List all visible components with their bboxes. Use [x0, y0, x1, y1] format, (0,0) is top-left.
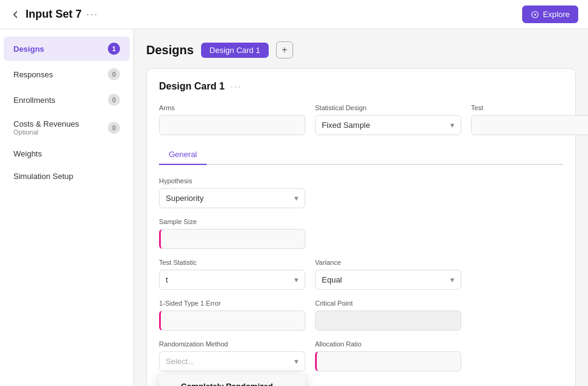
tab-general-label: General: [169, 150, 197, 159]
content-title: Designs: [146, 43, 194, 57]
statistic-variance-row: Test Statistic t ▾ Variance Equal ▾: [159, 259, 563, 290]
stat-design-field-group: Statistical Design Fixed Sample ▾: [315, 104, 461, 135]
allocation-label: Allocation Ratio: [315, 340, 461, 348]
sidebar-responses-badge: 0: [108, 68, 120, 80]
top-fields-row: Arms 2 Statistical Design Fixed Sample ▾…: [159, 104, 563, 135]
test-statistic-label: Test Statistic: [159, 259, 305, 266]
explore-icon: [531, 10, 539, 19]
randomization-chevron-icon: ▾: [294, 357, 299, 366]
randomization-label: Randomization Method: [159, 340, 305, 348]
type1-error-input[interactable]: 0.025: [159, 311, 305, 331]
dropdown-item-crd[interactable]: ✓ Completely Randomized Design: [159, 374, 305, 386]
sidebar-item-simulation-setup[interactable]: Simulation Setup: [4, 166, 130, 187]
test-statistic-chevron-icon: ▾: [294, 275, 299, 284]
sample-size-input[interactable]: 520: [159, 229, 305, 249]
add-icon: +: [282, 44, 287, 55]
variance-field-group: Variance Equal ▾: [315, 259, 461, 290]
sidebar-costs-optional: Optional: [13, 128, 79, 136]
test-statistic-field-group: Test Statistic t ▾: [159, 259, 305, 290]
stat-design-value: Fixed Sample: [322, 121, 370, 130]
sidebar-costs-label: Costs & Revenues: [13, 119, 79, 128]
explore-button[interactable]: Explore: [522, 5, 578, 23]
card-tab-row: General: [159, 145, 563, 165]
hypothesis-value: Superiority: [166, 194, 204, 203]
sample-size-label: Sample Size: [159, 218, 305, 225]
explore-label: Explore: [543, 10, 570, 19]
header-dots-button[interactable]: ···: [87, 9, 98, 20]
test-statistic-select[interactable]: t ▾: [159, 270, 305, 290]
hypothesis-chevron-icon: ▾: [294, 194, 299, 203]
variance-label: Variance: [315, 259, 461, 266]
test-statistic-value: t: [166, 275, 168, 284]
page-title: Input Set 7: [26, 8, 82, 21]
allocation-input[interactable]: 1: [315, 351, 461, 371]
sidebar-item-designs[interactable]: Designs 1: [4, 37, 130, 61]
variance-value: Equal: [322, 275, 342, 284]
type1-error-field-group: 1-Sided Type 1 Error 0.025: [159, 300, 305, 331]
test-input[interactable]: Difference of Means: [471, 115, 588, 135]
critical-point-label: Critical Point: [315, 300, 461, 307]
randomization-select[interactable]: Select... ▾: [159, 351, 305, 371]
sidebar-responses-label: Responses: [13, 70, 53, 79]
critical-point-input: 1.959964: [315, 311, 461, 331]
sidebar-designs-badge: 1: [108, 43, 120, 55]
dropdown-item-crd-label: Completely Randomized Design: [181, 382, 296, 386]
arms-label: Arms: [159, 104, 305, 111]
content-header: Designs Design Card 1 +: [146, 41, 576, 58]
add-design-button[interactable]: +: [276, 41, 293, 58]
stat-design-label: Statistical Design: [315, 104, 461, 111]
sidebar-weights-label: Weights: [13, 149, 42, 158]
sidebar-item-costs-revenues[interactable]: Costs & Revenues Optional 0: [4, 113, 130, 142]
sidebar-designs-label: Designs: [13, 44, 44, 54]
sample-size-row: Sample Size 520: [159, 218, 563, 249]
stat-design-chevron-icon: ▾: [450, 121, 455, 130]
sidebar-item-responses[interactable]: Responses 0: [4, 62, 130, 86]
randomization-placeholder: Select...: [166, 357, 194, 366]
card-dots-button[interactable]: ···: [231, 82, 242, 91]
design-card: Design Card 1 ··· Arms 2 Statistical Des…: [146, 68, 576, 386]
sidebar-simulation-label: Simulation Setup: [13, 172, 73, 181]
hypothesis-select[interactable]: Superiority ▾: [159, 188, 305, 208]
variance-chevron-icon: ▾: [450, 275, 455, 284]
test-field-group: Test Difference of Means: [471, 104, 588, 135]
arms-input[interactable]: 2: [159, 115, 305, 135]
sidebar-costs-badge: 0: [108, 122, 120, 134]
hypothesis-row: Hypothesis Superiority ▾: [159, 177, 563, 208]
randomization-dropdown: ✓ Completely Randomized Design User Spec…: [159, 374, 305, 386]
design-card-tab[interactable]: Design Card 1: [201, 43, 269, 58]
card-header: Design Card 1 ···: [159, 81, 563, 92]
stat-design-select[interactable]: Fixed Sample ▾: [315, 115, 461, 135]
hypothesis-field-group: Hypothesis Superiority ▾: [159, 177, 305, 208]
sample-size-field-group: Sample Size 520: [159, 218, 305, 249]
critical-point-field-group: Critical Point 1.959964: [315, 300, 461, 331]
error-critical-row: 1-Sided Type 1 Error 0.025 Critical Poin…: [159, 300, 563, 331]
arms-field-group: Arms 2: [159, 104, 305, 135]
card-title: Design Card 1: [159, 81, 225, 92]
sidebar-item-enrollments[interactable]: Enrollments 0: [4, 88, 130, 112]
hypothesis-label: Hypothesis: [159, 177, 305, 184]
sidebar-enrollments-label: Enrollments: [13, 96, 55, 105]
sidebar-enrollments-badge: 0: [108, 94, 120, 106]
test-label: Test: [471, 104, 588, 111]
type1-error-label: 1-Sided Type 1 Error: [159, 300, 305, 307]
back-button[interactable]: [10, 9, 21, 20]
variance-select[interactable]: Equal ▾: [315, 270, 461, 290]
randomization-row: Randomization Method Select... ▾ ✓ Compl…: [159, 340, 563, 371]
tab-general[interactable]: General: [159, 145, 207, 165]
randomization-wrap: Select... ▾ ✓ Completely Randomized Desi…: [159, 351, 305, 371]
allocation-field-group: Allocation Ratio 1: [315, 340, 461, 371]
randomization-field-group: Randomization Method Select... ▾ ✓ Compl…: [159, 340, 305, 371]
sidebar: Designs 1 Responses 0 Enrollments 0 C: [0, 29, 134, 386]
main-content: Designs Design Card 1 + Design Card 1 ··…: [134, 29, 588, 386]
sidebar-item-weights[interactable]: Weights: [4, 143, 130, 164]
